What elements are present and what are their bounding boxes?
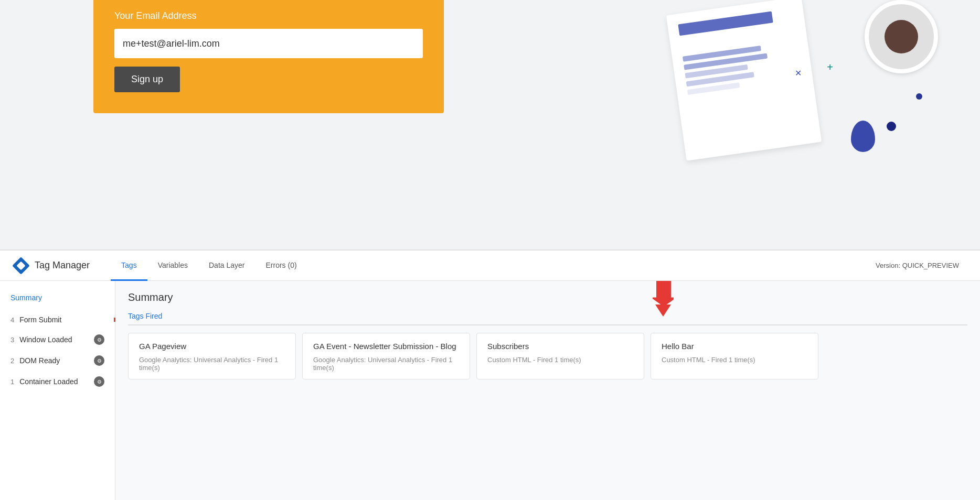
dot-blue-large — [887, 122, 896, 131]
signup-button[interactable]: Sign up — [114, 67, 180, 92]
blob-purple — [851, 121, 875, 152]
cross-blue-icon: ✕ — [795, 68, 802, 78]
dot-blue-small — [916, 93, 922, 100]
doc-card — [666, 0, 822, 161]
avatar-circle — [865, 0, 938, 73]
illustration: + ✕ — [644, 0, 938, 173]
email-form-card: Your Email Address Sign up — [93, 0, 444, 113]
email-label: Your Email Address — [114, 10, 423, 21]
avatar-inner — [885, 20, 918, 53]
email-input[interactable] — [114, 29, 423, 58]
plus-teal-icon: + — [827, 61, 833, 73]
website-preview: Your Email Address Sign up + ✕ — [0, 0, 980, 251]
